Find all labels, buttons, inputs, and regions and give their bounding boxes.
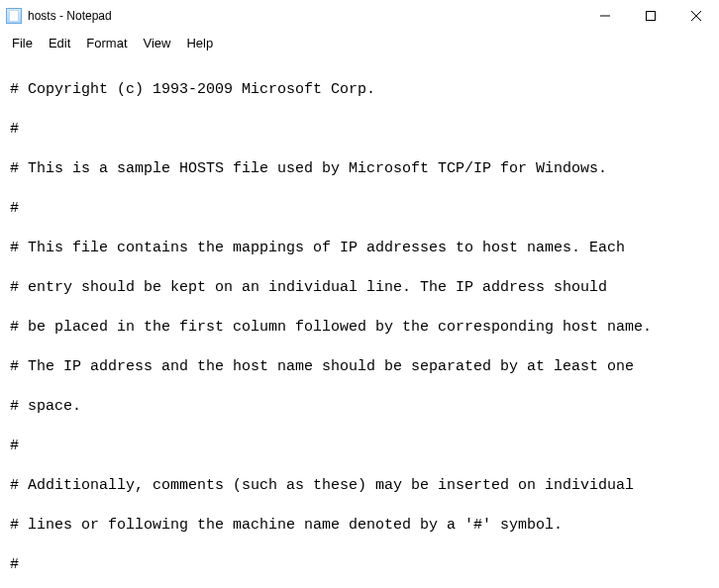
editor-line: # — [10, 437, 711, 456]
editor-line: # This is a sample HOSTS file used by Mi… — [10, 159, 711, 179]
editor-line: # lines or following the machine name de… — [10, 516, 711, 536]
menu-view[interactable]: View — [136, 34, 179, 52]
close-button[interactable] — [673, 0, 719, 32]
editor-line: # entry should be kept on an individual … — [10, 278, 711, 298]
minimize-button[interactable] — [582, 0, 628, 32]
close-icon — [691, 11, 701, 21]
svg-rect-1 — [647, 12, 656, 21]
window-controls — [582, 0, 719, 32]
titlebar: hosts - Notepad — [0, 0, 719, 32]
menu-file[interactable]: File — [4, 34, 41, 52]
editor-line: # — [10, 199, 711, 219]
editor-line: # be placed in the first column followed… — [10, 318, 711, 338]
notepad-icon — [6, 8, 22, 24]
editor-line: # — [10, 555, 711, 575]
menubar: File Edit Format View Help — [0, 32, 719, 56]
menu-format[interactable]: Format — [78, 34, 135, 52]
text-editor[interactable]: # Copyright (c) 1993-2009 Microsoft Corp… — [0, 56, 719, 588]
editor-line: # Copyright (c) 1993-2009 Microsoft Corp… — [10, 80, 711, 100]
minimize-icon — [600, 11, 610, 21]
window-title: hosts - Notepad — [28, 9, 112, 23]
editor-line: # space. — [10, 397, 711, 417]
editor-line: # — [10, 120, 711, 140]
editor-line: # The IP address and the host name shoul… — [10, 357, 711, 377]
maximize-button[interactable] — [628, 0, 673, 32]
editor-line: # Additionally, comments (such as these)… — [10, 476, 711, 496]
menu-edit[interactable]: Edit — [41, 34, 78, 52]
editor-line: # This file contains the mappings of IP … — [10, 239, 711, 258]
maximize-icon — [646, 11, 656, 21]
menu-help[interactable]: Help — [178, 34, 221, 52]
